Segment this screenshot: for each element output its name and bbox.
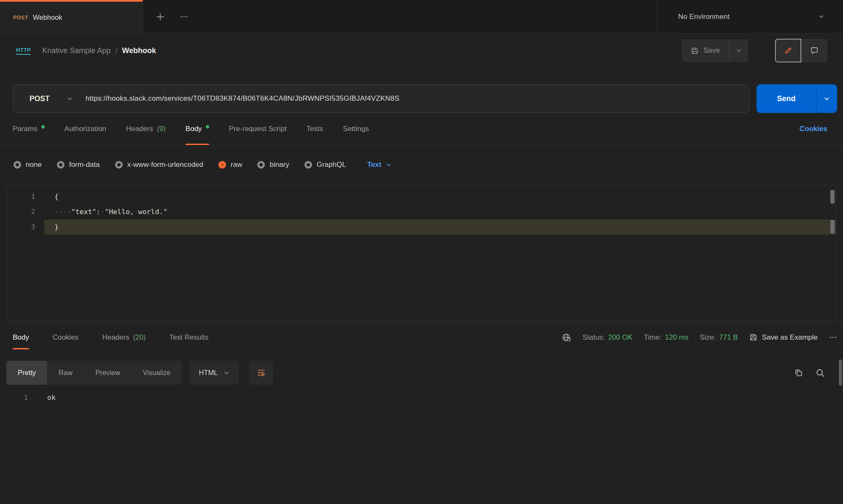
request-header: HTTP Knative Sample App / Webhook Save — [0, 34, 843, 67]
search-response-button[interactable] — [816, 368, 825, 378]
save-as-example-button[interactable]: Save as Example — [749, 333, 818, 342]
method-dropdown[interactable]: POST — [13, 94, 86, 103]
method-label: POST — [30, 94, 50, 103]
response-tab-cookies[interactable]: Cookies — [53, 323, 78, 352]
save-options-button[interactable] — [729, 39, 748, 62]
radio-graphql-label: GraphQL — [317, 161, 346, 169]
code-line-2: 2 ····"text":·"Hello,·world." — [7, 204, 836, 220]
response-tab-cookies-label: Cookies — [53, 333, 78, 342]
pencil-icon — [784, 46, 792, 55]
cookies-link[interactable]: Cookies — [800, 125, 827, 133]
wrap-lines-button[interactable] — [249, 361, 273, 385]
view-raw-button[interactable]: Raw — [47, 361, 84, 385]
send-button[interactable]: Send — [757, 84, 816, 113]
plus-icon — [156, 12, 165, 21]
save-button[interactable]: Save — [682, 39, 729, 62]
view-visualize-button[interactable]: Visualize — [132, 361, 182, 385]
breadcrumb: Knative Sample App / Webhook — [42, 46, 156, 55]
response-tab-body[interactable]: Body — [13, 323, 29, 352]
response-tab-headers-label: Headers — [102, 333, 129, 342]
window-scrollbar-thumb[interactable] — [839, 359, 842, 386]
request-tab-webhook[interactable]: POST Webhook — [0, 0, 143, 33]
tab-authorization[interactable]: Authorization — [65, 113, 106, 145]
tab-options-button[interactable] — [172, 0, 196, 33]
tab-headers-label: Headers — [126, 125, 153, 133]
raw-format-label: Text — [367, 161, 382, 169]
code-text: ····"text":·"Hello,·world." — [44, 204, 836, 220]
radio-circle — [304, 161, 312, 169]
radio-urlencoded-label: x-www-form-urlencoded — [127, 161, 203, 169]
send-options-button[interactable] — [816, 84, 837, 113]
status-label: Status: — [582, 333, 605, 342]
save-button-group: Save — [682, 39, 748, 62]
response-meta: Status: 200 OK Time: 120 ms Size: 771 B … — [561, 323, 837, 352]
save-icon — [691, 47, 699, 55]
copy-response-button[interactable] — [794, 368, 803, 377]
response-options-button[interactable] — [829, 333, 837, 341]
size-label: Size: — [700, 333, 716, 342]
response-tab-headers[interactable]: Headers (20) — [102, 323, 146, 352]
tab-body[interactable]: Body — [186, 113, 209, 145]
radio-none[interactable]: none — [13, 161, 42, 169]
radio-raw[interactable]: raw — [218, 161, 242, 169]
url-bar[interactable]: POST https://hooks.slack.com/services/T0… — [13, 84, 749, 113]
breadcrumb-request-name[interactable]: Webhook — [122, 46, 156, 55]
tab-headers[interactable]: Headers (9) — [126, 113, 166, 145]
new-tab-button[interactable] — [148, 0, 172, 33]
chevron-down-icon — [818, 13, 824, 20]
http-protocol-icon: HTTP — [16, 47, 31, 55]
save-icon — [749, 333, 757, 341]
response-toolbar: Pretty Raw Preview Visualize HTML — [0, 361, 843, 385]
response-body: 1 ok — [0, 390, 843, 406]
size-value: 771 B — [719, 333, 738, 342]
code-line-1: 1 { — [7, 189, 836, 204]
raw-format-dropdown[interactable]: Text — [367, 161, 392, 169]
response-tab-body-label: Body — [13, 333, 29, 342]
editor-scrollbar-mark[interactable] — [830, 190, 835, 204]
radio-binary[interactable]: binary — [257, 161, 289, 169]
params-active-dot — [41, 125, 45, 129]
radio-none-label: none — [26, 161, 42, 169]
time-label: Time: — [644, 333, 662, 342]
radio-raw-label: raw — [231, 161, 242, 169]
environment-selector[interactable]: No Environment — [657, 0, 843, 33]
headers-count: (9) — [157, 125, 166, 133]
response-format-label: HTML — [199, 369, 218, 377]
body-active-dot — [206, 125, 209, 129]
radio-form-data-label: form-data — [69, 161, 100, 169]
response-section: Body Cookies Headers (20) Test Results S… — [0, 322, 843, 504]
comment-icon — [810, 46, 819, 55]
code-text: { — [44, 189, 836, 204]
request-body-editor[interactable]: 1 { 2 ····"text":·"Hello,·world." 3 } — [7, 185, 836, 321]
more-dots-icon — [829, 333, 837, 341]
time-value: 120 ms — [665, 333, 689, 342]
tab-settings[interactable]: Settings — [343, 113, 369, 145]
body-type-row: none form-data x-www-form-urlencoded raw… — [0, 145, 843, 185]
tab-tests[interactable]: Tests — [307, 113, 323, 145]
editor-scrollbar-mark[interactable] — [830, 220, 835, 233]
chevron-down-icon — [386, 162, 391, 168]
radio-graphql[interactable]: GraphQL — [304, 161, 346, 169]
tab-bar: POST Webhook No Environment — [0, 0, 843, 34]
network-info-icon[interactable] — [561, 332, 571, 342]
radio-x-www-form-urlencoded[interactable]: x-www-form-urlencoded — [115, 161, 203, 169]
radio-binary-label: binary — [269, 161, 289, 169]
response-tab-test-results[interactable]: Test Results — [170, 323, 209, 352]
edit-request-button[interactable] — [775, 39, 801, 62]
url-input[interactable]: https://hooks.slack.com/services/T06TD83… — [86, 94, 399, 103]
response-headers-count: (20) — [133, 333, 145, 342]
comments-button[interactable] — [801, 39, 827, 62]
search-icon — [816, 368, 825, 378]
tab-title: Webhook — [33, 13, 62, 21]
tab-params[interactable]: Params — [13, 113, 45, 145]
chevron-down-icon — [824, 96, 830, 102]
status-indicator: Status: 200 OK — [582, 333, 633, 342]
response-format-dropdown[interactable]: HTML — [190, 361, 239, 385]
radio-form-data[interactable]: form-data — [57, 161, 100, 169]
view-pretty-button[interactable]: Pretty — [6, 361, 47, 385]
request-tabs: Params Authorization Headers (9) Body Pr… — [0, 113, 843, 145]
breadcrumb-collection[interactable]: Knative Sample App — [42, 46, 110, 55]
tab-pre-request-script[interactable]: Pre-request Script — [229, 113, 287, 145]
response-tools — [794, 368, 825, 378]
view-preview-button[interactable]: Preview — [84, 361, 132, 385]
